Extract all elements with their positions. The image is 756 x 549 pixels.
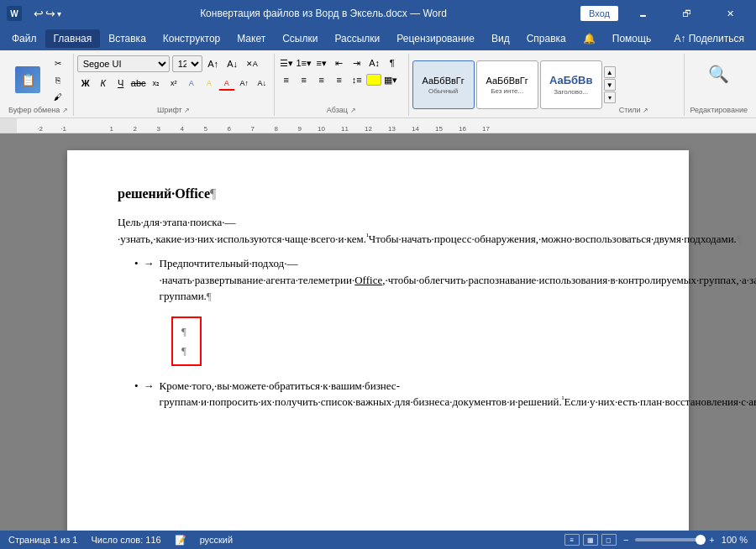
border-button[interactable]: ▦▾ bbox=[382, 72, 399, 87]
line-spacing-button[interactable]: ↕≡ bbox=[349, 72, 365, 87]
menu-mailings[interactable]: Рассылки bbox=[326, 29, 388, 48]
subscript-button[interactable]: x₂ bbox=[148, 76, 165, 91]
menu-insert[interactable]: Вставка bbox=[100, 29, 155, 48]
shading-button[interactable] bbox=[366, 74, 381, 86]
edit-group: 🔍 Редактирование bbox=[685, 54, 753, 116]
close-button[interactable]: ✕ bbox=[711, 0, 749, 27]
sign-in-button[interactable]: Вход bbox=[580, 6, 618, 21]
menu-home[interactable]: Главная bbox=[45, 29, 101, 48]
bullet-item-2: • → Кроме·того,·вы·можете·обратиться·к·в… bbox=[134, 378, 638, 410]
style-heading1[interactable]: АаБбВв Заголово... bbox=[540, 60, 602, 109]
ruler-mark: ·2 bbox=[21, 125, 45, 133]
document-title: Конвертация файлов из Ворд в Эксель.docx… bbox=[66, 8, 580, 19]
menu-view[interactable]: Вид bbox=[483, 29, 518, 48]
title-bar-left: W ↩ ↪ ▾ bbox=[7, 6, 66, 21]
increase-indent-button[interactable]: ⇥ bbox=[349, 55, 365, 71]
style-no-spacing[interactable]: АаБбВвГг Без инте... bbox=[476, 60, 538, 109]
menu-helper[interactable]: Помощь bbox=[604, 29, 659, 48]
edit-label: Редактирование bbox=[690, 104, 748, 114]
font-label: Шрифт ↗ bbox=[77, 104, 270, 114]
bold-button[interactable]: Ж bbox=[77, 76, 94, 91]
bullets-button[interactable]: ☰▾ bbox=[278, 55, 295, 71]
zoom-slider-thumb[interactable] bbox=[696, 535, 706, 545]
font-size-dn2-button[interactable]: A↓ bbox=[254, 76, 270, 91]
justify-button[interactable]: ≡ bbox=[331, 72, 348, 87]
customize-qat-button[interactable]: ▾ bbox=[57, 9, 61, 18]
undo-button[interactable]: ↩ bbox=[34, 7, 44, 20]
font-size-up2-button[interactable]: A↑ bbox=[236, 76, 253, 91]
language-indicator[interactable]: русский bbox=[200, 535, 233, 545]
font-size-select[interactable]: 12 bbox=[172, 55, 202, 72]
menu-file[interactable]: Файл bbox=[3, 29, 45, 48]
document-area[interactable]: решений·Office¶ Цель·для·этапа·поиска·—·… bbox=[0, 133, 756, 531]
underline-button[interactable]: Ч bbox=[113, 76, 129, 91]
align-right-button[interactable]: ≡ bbox=[313, 72, 330, 87]
ribbon-row: 📋 ✂ ⎘ 🖌 Буфер обмена ↗ Segoe UI bbox=[3, 54, 753, 116]
numbering-button[interactable]: 1≡▾ bbox=[296, 55, 312, 71]
find-button[interactable]: 🔍 bbox=[701, 55, 738, 92]
status-bar: Страница 1 из 1 Число слов: 116 📝 русски… bbox=[0, 531, 756, 549]
align-left-button[interactable]: ≡ bbox=[278, 72, 295, 87]
font-format-row: Ж К Ч abc x₂ x² A A А A↑ A↓ bbox=[77, 76, 270, 91]
increase-font-button[interactable]: A↑ bbox=[205, 56, 222, 71]
highlight-button[interactable]: A bbox=[201, 76, 218, 91]
ruler-mark: 16 bbox=[444, 125, 468, 133]
bullet-arrow-1: → bbox=[144, 255, 155, 305]
ruler-mark: 1 bbox=[92, 125, 115, 133]
style-normal[interactable]: АаБбВвГг Обычный bbox=[412, 60, 475, 109]
sort-button[interactable]: A↕ bbox=[366, 55, 383, 71]
title-bar: W ↩ ↪ ▾ Конвертация файлов из Ворд в Экс… bbox=[0, 0, 756, 27]
style-no-spacing-preview: АаБбВвГг bbox=[486, 76, 528, 86]
bullet-item-1: • → Предпочтительный·подход·—·начать·раз… bbox=[134, 255, 638, 305]
style-heading1-label: Заголово... bbox=[554, 88, 588, 96]
menu-layout[interactable]: Макет bbox=[228, 29, 274, 48]
ruler-mark: 9 bbox=[280, 125, 303, 133]
menu-share[interactable]: А↑ Поделиться bbox=[665, 29, 753, 48]
view-mode-3[interactable]: ◻ bbox=[601, 534, 617, 546]
view-mode-2[interactable]: ▦ bbox=[583, 534, 598, 546]
decrease-indent-button[interactable]: ⇤ bbox=[331, 55, 348, 71]
menu-help[interactable]: Справка bbox=[518, 29, 575, 48]
align-buttons: ≡ ≡ ≡ ≡ ↕≡ ▦▾ bbox=[278, 72, 405, 87]
text-effects-button[interactable]: A bbox=[183, 76, 200, 91]
ruler-mark: 11 bbox=[327, 125, 350, 133]
multilevel-button[interactable]: ≡▾ bbox=[313, 55, 330, 71]
paste-button[interactable]: 📋 bbox=[8, 61, 47, 98]
document-page[interactable]: решений·Office¶ Цель·для·этапа·поиска·—·… bbox=[67, 150, 689, 531]
redo-button[interactable]: ↪ bbox=[45, 7, 55, 20]
paragraph-1: Цель·для·этапа·поиска·—·узнать,·какие·из… bbox=[118, 214, 638, 247]
styles-scroll-down[interactable]: ▼ bbox=[604, 79, 616, 91]
cut-button[interactable]: ✂ bbox=[49, 55, 67, 71]
styles-scroll-up[interactable]: ▲ bbox=[604, 66, 616, 78]
restore-button[interactable]: 🗗 bbox=[667, 0, 706, 27]
decrease-font-button[interactable]: A↓ bbox=[224, 56, 241, 71]
highlighted-paragraph-box: ¶ ¶ bbox=[155, 310, 638, 373]
menu-review[interactable]: Рецензирование bbox=[388, 29, 483, 48]
menu-references[interactable]: Ссылки bbox=[274, 29, 326, 48]
paragraph-label: Абзац ↗ bbox=[278, 104, 405, 114]
zoom-plus-button[interactable]: + bbox=[709, 535, 714, 545]
strikethrough-button[interactable]: abc bbox=[130, 76, 147, 91]
italic-button[interactable]: К bbox=[95, 76, 112, 91]
align-center-button[interactable]: ≡ bbox=[296, 72, 312, 87]
status-bar-right: ≡ ▦ ◻ − + 100 % bbox=[564, 534, 748, 546]
font-color-button[interactable]: А bbox=[218, 76, 235, 91]
ruler-mark: 3 bbox=[139, 125, 162, 133]
view-mode-1[interactable]: ≡ bbox=[564, 534, 580, 546]
clear-format-button[interactable]: ✕A bbox=[244, 56, 260, 71]
zoom-level[interactable]: 100 % bbox=[722, 535, 748, 545]
ruler-mark: 14 bbox=[397, 125, 421, 133]
font-name-select[interactable]: Segoe UI bbox=[77, 55, 170, 72]
copy-button[interactable]: ⎘ bbox=[49, 72, 67, 87]
styles-expand[interactable]: ▾ bbox=[604, 92, 616, 103]
zoom-slider[interactable] bbox=[635, 538, 702, 541]
format-painter-button[interactable]: 🖌 bbox=[49, 89, 67, 104]
pilcrow-button[interactable]: ¶ bbox=[384, 55, 401, 71]
menu-bell[interactable]: 🔔 bbox=[575, 29, 604, 48]
styles-nav: ▲ ▼ ▾ bbox=[604, 66, 616, 103]
minimize-button[interactable]: 🗕 bbox=[623, 0, 662, 27]
zoom-minus-button[interactable]: − bbox=[623, 535, 628, 545]
superscript-button[interactable]: x² bbox=[165, 76, 182, 91]
ruler-mark: 13 bbox=[374, 125, 397, 133]
menu-design[interactable]: Конструктор bbox=[155, 29, 228, 48]
